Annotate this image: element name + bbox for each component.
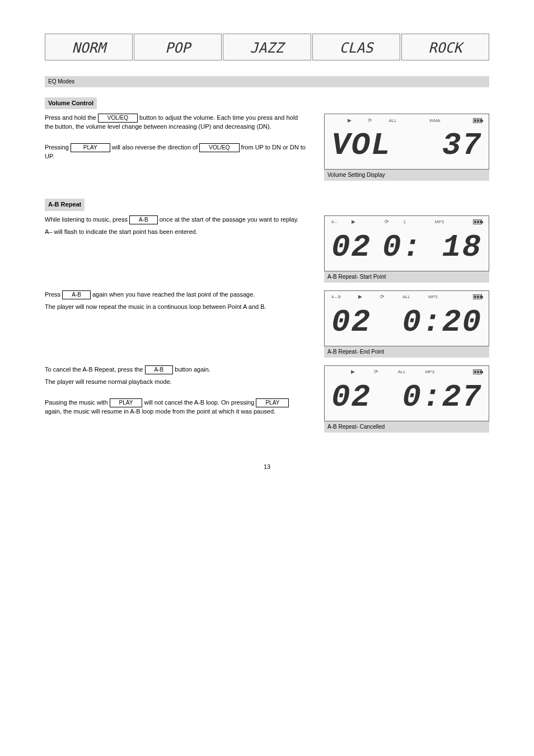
- all-label: ALL: [389, 118, 397, 124]
- svg-text:JAZZ: JAZZ: [250, 40, 286, 56]
- ab-indicator: A – B: [331, 294, 341, 300]
- eq-caption: EQ Modes: [45, 76, 489, 87]
- ab-para-2: A– will flash to indicate the start poin…: [45, 228, 307, 236]
- ab-para-5: To cancel the A-B Repeat, press the A-B …: [45, 365, 307, 374]
- format-label: MP3: [428, 294, 437, 300]
- repeat-icon: ⟳: [385, 218, 389, 226]
- eq-cell-rock: ROCK: [401, 34, 489, 60]
- format-label: MP3: [425, 369, 434, 375]
- lcd-vol-right: 37: [442, 130, 482, 161]
- eq-mode-row: NORM POP JAZZ CLAS ROCK: [45, 34, 489, 60]
- lcd-ab1: A – ▶ ⟳ 1 MP3 02 0: 18: [324, 215, 489, 271]
- svg-text:ROCK: ROCK: [428, 40, 465, 56]
- play-icon: ▶: [348, 117, 352, 124]
- play-icon: ▶: [351, 368, 355, 375]
- lcd-track: 02: [331, 307, 371, 338]
- volume-para-2: Pressing PLAY will also reverse the dire…: [45, 143, 307, 161]
- play-button-label-3: PLAY: [256, 398, 289, 407]
- ab-para-7: Pausing the music with PLAY will not can…: [45, 398, 307, 416]
- eq-cell-pop: POP: [134, 34, 222, 60]
- lcd-ab3-caption: A-B Repeat- Cancelled: [324, 421, 489, 433]
- all-label: ALL: [402, 294, 410, 300]
- repeat-icon: ⟳: [368, 117, 372, 124]
- svg-text:CLAS: CLAS: [339, 40, 374, 56]
- play-icon: ▶: [352, 218, 355, 226]
- eq-cell-jazz: JAZZ: [223, 34, 311, 60]
- ab-button-label-2: A-B: [62, 290, 91, 299]
- play-icon: ▶: [358, 293, 362, 300]
- battery-icon: [473, 369, 482, 374]
- ab-para-1: While listening to music, press A-B once…: [45, 215, 307, 224]
- svg-text:POP: POP: [165, 40, 192, 56]
- battery-icon: [473, 118, 482, 123]
- repeat-icon: ⟳: [374, 368, 378, 375]
- lcd-track: 02: [331, 382, 371, 413]
- eq-cell-norm: NORM: [45, 34, 133, 60]
- ab-button-label-3: A-B: [145, 365, 174, 374]
- ab-para-6: The player will resume normal playback m…: [45, 378, 307, 386]
- all-label: ALL: [398, 369, 406, 375]
- lcd-time: 0:27: [402, 382, 482, 413]
- section-ab-title: A-B Repeat: [45, 199, 85, 210]
- voleq-button-label-2: VOL/EQ: [199, 143, 239, 152]
- repeat-icon: ⟳: [380, 293, 385, 300]
- format-label: MP3: [435, 219, 444, 225]
- battery-icon: [473, 219, 482, 224]
- eq-cell-clas: CLAS: [312, 34, 400, 60]
- lcd-time: 0: 18: [382, 232, 482, 263]
- lcd-track: 02: [331, 232, 371, 263]
- lcd-time: 0:20: [402, 307, 482, 338]
- lcd-vol-caption: Volume Setting Display: [324, 170, 489, 181]
- volume-para-1: Press and hold the VOL/EQ button to adju…: [45, 114, 307, 131]
- lcd-ab2-caption: A-B Repeat- End Point: [324, 346, 489, 358]
- lcd-ab1-caption: A-B Repeat- Start Point: [324, 271, 489, 283]
- ab-indicator: A –: [331, 219, 337, 225]
- page-number: 13: [45, 463, 489, 471]
- format-label: WMA: [429, 118, 441, 124]
- voleq-button-label: VOL/EQ: [98, 114, 138, 123]
- lcd-ab2: A – B ▶ ⟳ ALL MP3 02 0:20: [324, 290, 489, 346]
- lcd-ab3: ▶ ⟳ ALL MP3 02 0:27: [324, 365, 489, 421]
- ab-para-4: The player will now repeat the music in …: [45, 303, 307, 311]
- battery-icon: [473, 294, 482, 299]
- play-button-label-2: PLAY: [110, 398, 143, 407]
- ab-button-label: A-B: [129, 215, 158, 224]
- lcd-volume: ▶ ⟳ ALL WMA VOL 37: [324, 114, 489, 170]
- lcd-vol-left: VOL: [331, 130, 391, 161]
- section-volume-title: Volume Control: [45, 97, 97, 109]
- ab-para-3: Press A-B again when you have reached th…: [45, 290, 307, 299]
- play-button-label: PLAY: [71, 143, 110, 152]
- eq-label: NORM: [72, 40, 108, 56]
